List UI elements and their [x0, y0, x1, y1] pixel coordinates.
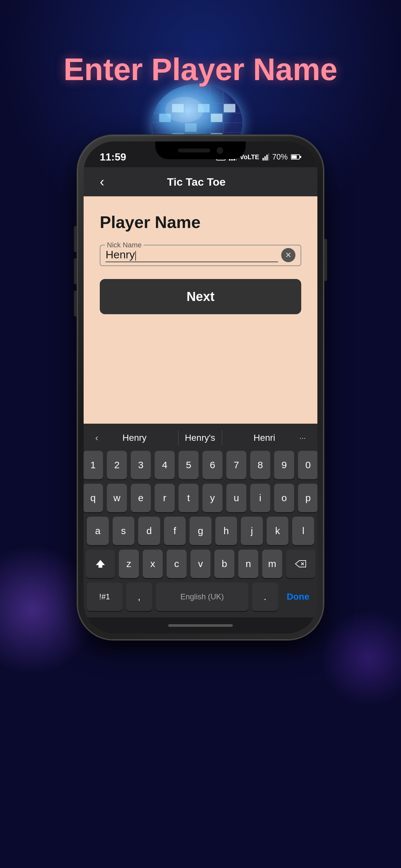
key-o[interactable]: o: [274, 484, 294, 512]
clear-input-button[interactable]: ✕: [281, 248, 296, 262]
backspace-icon: [295, 559, 306, 568]
key-w[interactable]: w: [107, 484, 127, 512]
text-cursor: [135, 251, 136, 260]
key-d[interactable]: d: [138, 517, 160, 545]
phone-screen: 11:59 VoLTE: [84, 142, 317, 633]
speaker-grille: [178, 149, 210, 152]
key-m[interactable]: m: [262, 550, 282, 578]
content-area: Player Name Nick Name Henry ✕ Next: [84, 196, 317, 424]
svg-rect-16: [224, 104, 235, 113]
key-8[interactable]: 8: [250, 451, 270, 479]
key-j[interactable]: j: [241, 517, 263, 545]
nickname-input-wrapper[interactable]: Nick Name Henry ✕: [100, 245, 301, 266]
svg-rect-30: [268, 153, 269, 160]
key-f[interactable]: f: [164, 517, 186, 545]
key-g[interactable]: g: [189, 517, 212, 545]
svg-rect-29: [266, 155, 268, 160]
page-title: Enter Player Name: [0, 52, 401, 87]
key-s[interactable]: s: [113, 517, 135, 545]
input-field-row: Henry ✕: [105, 248, 296, 262]
key-2[interactable]: 2: [107, 451, 127, 479]
bg-glow-right: [320, 610, 401, 707]
home-bar: [168, 624, 233, 627]
key-space[interactable]: English (UK): [156, 583, 248, 611]
backspace-key[interactable]: [286, 550, 315, 578]
key-n[interactable]: n: [238, 550, 258, 578]
navigation-bar: ‹ Tic Tac Toe: [84, 167, 317, 196]
key-row-special: !#1 , English (UK) . Done: [87, 583, 314, 611]
key-3[interactable]: 3: [131, 451, 151, 479]
signal-icon-2: [263, 153, 269, 160]
svg-rect-28: [265, 156, 266, 160]
key-comma[interactable]: ,: [126, 583, 152, 611]
autocomplete-back[interactable]: ‹: [90, 433, 103, 443]
home-indicator: [84, 617, 317, 633]
autocomplete-word-2[interactable]: Henry's: [178, 430, 222, 445]
key-l[interactable]: l: [292, 517, 314, 545]
next-button[interactable]: Next: [100, 279, 301, 314]
key-row-zxcv: z x c v b n m: [87, 550, 314, 578]
svg-rect-13: [211, 114, 222, 122]
status-time: 11:59: [100, 151, 126, 163]
phone-device: 11:59 VoLTE: [78, 135, 323, 640]
key-7[interactable]: 7: [226, 451, 246, 479]
shift-icon: [95, 559, 105, 568]
autocomplete-suggestions: Henry Henry's Henri: [103, 430, 294, 445]
svg-rect-32: [291, 155, 297, 159]
key-row-qwerty: q w e r t y u i o p: [87, 484, 314, 512]
key-symbols[interactable]: !#1: [87, 583, 122, 611]
svg-rect-27: [263, 158, 264, 160]
key-row-asdf: a s d f g h j k l: [87, 517, 314, 545]
key-6[interactable]: 6: [203, 451, 222, 479]
phone-notch: [155, 142, 246, 159]
input-float-label: Nick Name: [105, 241, 144, 249]
battery-percentage: 70%: [272, 152, 288, 161]
autocomplete-more[interactable]: ···: [294, 433, 311, 442]
key-a[interactable]: a: [87, 517, 109, 545]
key-c[interactable]: c: [166, 550, 187, 578]
input-text: Henry: [105, 248, 135, 260]
shift-key[interactable]: [86, 550, 115, 578]
key-x[interactable]: x: [143, 550, 163, 578]
key-p[interactable]: p: [298, 484, 317, 512]
phone-outer-shell: 11:59 VoLTE: [78, 135, 323, 640]
key-k[interactable]: k: [267, 517, 289, 545]
back-button[interactable]: ‹: [100, 174, 104, 190]
key-b[interactable]: b: [214, 550, 235, 578]
key-v[interactable]: v: [190, 550, 211, 578]
battery-icon: [291, 154, 301, 160]
key-q[interactable]: q: [84, 484, 103, 512]
key-4[interactable]: 4: [155, 451, 175, 479]
front-camera: [217, 147, 223, 154]
keyboard-rows: 1 2 3 4 5 6 7 8 9 0 q w: [87, 451, 314, 611]
key-i[interactable]: i: [250, 484, 270, 512]
keyboard: ‹ Henry Henry's Henri ··· 1 2 3 4: [84, 424, 317, 617]
autocomplete-row: ‹ Henry Henry's Henri ···: [87, 428, 314, 451]
svg-rect-14: [185, 123, 197, 132]
svg-rect-33: [300, 156, 301, 158]
key-period[interactable]: .: [252, 583, 278, 611]
player-name-heading: Player Name: [100, 213, 301, 232]
key-5[interactable]: 5: [179, 451, 198, 479]
key-row-numbers: 1 2 3 4 5 6 7 8 9 0: [87, 451, 314, 479]
nav-title: Tic Tac Toe: [111, 176, 282, 188]
autocomplete-word-1[interactable]: Henry: [116, 430, 153, 445]
key-z[interactable]: z: [119, 550, 139, 578]
svg-point-20: [165, 97, 204, 123]
key-r[interactable]: r: [155, 484, 175, 512]
key-9[interactable]: 9: [274, 451, 294, 479]
key-0[interactable]: 0: [298, 451, 317, 479]
key-u[interactable]: u: [226, 484, 246, 512]
nickname-input-value[interactable]: Henry: [105, 248, 278, 262]
autocomplete-word-3[interactable]: Henri: [247, 430, 281, 445]
key-y[interactable]: y: [203, 484, 222, 512]
key-t[interactable]: t: [179, 484, 198, 512]
done-key[interactable]: Done: [282, 583, 314, 611]
clear-icon: ✕: [285, 251, 291, 259]
key-h[interactable]: h: [215, 517, 237, 545]
key-1[interactable]: 1: [84, 451, 103, 479]
key-e[interactable]: e: [131, 484, 151, 512]
